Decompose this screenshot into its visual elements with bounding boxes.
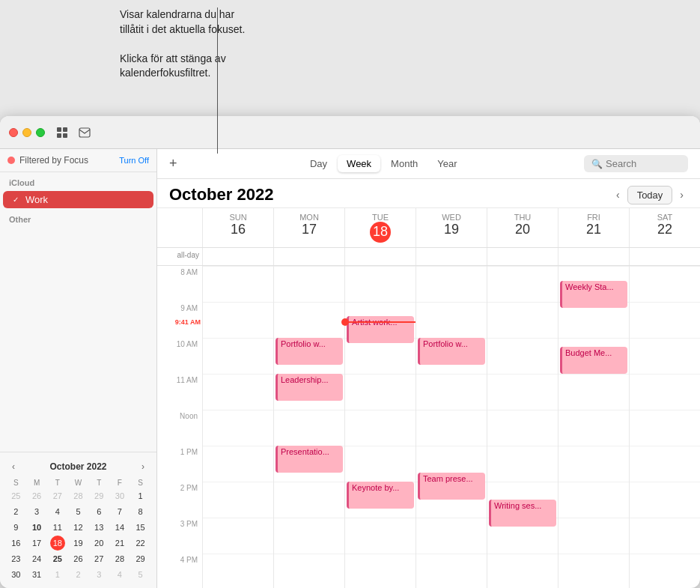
event-e5[interactable]: Budget Me... bbox=[560, 347, 627, 374]
event-e4[interactable]: Portfolio w... bbox=[418, 338, 485, 365]
mini-cal-day[interactable]: 31 bbox=[29, 567, 44, 582]
mini-cal-day[interactable]: 14 bbox=[112, 520, 127, 535]
hour-slot[interactable] bbox=[559, 518, 629, 554]
hour-slot[interactable] bbox=[274, 554, 344, 588]
mini-cal-day[interactable]: 12 bbox=[70, 520, 85, 535]
mini-cal-day[interactable]: 26 bbox=[70, 551, 85, 566]
event-e8[interactable]: Keynote by... bbox=[347, 482, 414, 509]
hour-slot[interactable] bbox=[559, 554, 629, 588]
hour-slot[interactable] bbox=[274, 518, 344, 554]
event-e1[interactable]: Artist work... bbox=[347, 316, 414, 343]
hour-slot[interactable] bbox=[274, 410, 344, 446]
next-week-button[interactable]: › bbox=[675, 186, 688, 204]
hour-slot[interactable] bbox=[416, 554, 487, 588]
calendar-item-work[interactable]: ✓ Work bbox=[3, 191, 153, 208]
hour-slot[interactable] bbox=[416, 518, 487, 554]
mini-cal-day[interactable]: 26 bbox=[29, 488, 44, 503]
hour-slot[interactable] bbox=[630, 302, 700, 338]
mini-cal-prev-button[interactable]: ‹ bbox=[9, 461, 18, 472]
mail-icon[interactable] bbox=[76, 124, 93, 141]
mini-cal-day[interactable]: 20 bbox=[91, 536, 106, 551]
add-event-button[interactable]: + bbox=[169, 156, 177, 172]
tab-week[interactable]: Week bbox=[338, 155, 380, 172]
hour-slot[interactable] bbox=[416, 374, 487, 410]
hour-slot[interactable] bbox=[559, 374, 629, 410]
hour-slot[interactable] bbox=[416, 410, 487, 446]
hour-slot[interactable] bbox=[203, 374, 273, 410]
hour-slot[interactable] bbox=[487, 338, 558, 374]
hour-slot[interactable] bbox=[274, 482, 344, 518]
tab-month[interactable]: Month bbox=[382, 155, 427, 172]
mini-cal-day[interactable]: 9 bbox=[8, 520, 23, 535]
mini-cal-day[interactable]: 15 bbox=[133, 520, 148, 535]
mini-cal-day[interactable]: 21 bbox=[112, 536, 127, 551]
mini-cal-day[interactable]: 7 bbox=[112, 504, 127, 519]
mini-cal-day[interactable]: 27 bbox=[91, 551, 106, 566]
mini-cal-day[interactable]: 29 bbox=[133, 551, 148, 566]
mini-cal-day[interactable]: 16 bbox=[8, 536, 23, 551]
hour-slot[interactable] bbox=[203, 554, 273, 588]
turn-off-button[interactable]: Turn Off bbox=[119, 156, 149, 165]
hour-slot[interactable] bbox=[487, 410, 558, 446]
mini-cal-day[interactable]: 3 bbox=[91, 567, 106, 582]
hour-slot[interactable] bbox=[487, 302, 558, 338]
event-e3[interactable]: Portfolio w... bbox=[276, 338, 343, 365]
hour-slot[interactable] bbox=[274, 266, 344, 302]
hour-slot[interactable] bbox=[416, 266, 487, 302]
mini-cal-day[interactable]: 29 bbox=[91, 488, 106, 503]
tab-day[interactable]: Day bbox=[301, 155, 336, 172]
hour-slot[interactable] bbox=[203, 410, 273, 446]
mini-cal-day[interactable]: 4 bbox=[50, 504, 65, 519]
hour-slot[interactable] bbox=[345, 266, 416, 302]
hour-slot[interactable] bbox=[630, 482, 700, 518]
hour-slot[interactable] bbox=[203, 518, 273, 554]
mini-cal-day[interactable]: 11 bbox=[50, 520, 65, 535]
mini-cal-day[interactable]: 8 bbox=[133, 504, 148, 519]
hour-slot[interactable] bbox=[203, 338, 273, 374]
minimize-button[interactable] bbox=[22, 128, 31, 137]
hour-slot[interactable] bbox=[203, 446, 273, 482]
mini-cal-day[interactable]: 25 bbox=[50, 551, 65, 566]
hour-slot[interactable] bbox=[487, 554, 558, 588]
prev-week-button[interactable]: ‹ bbox=[612, 186, 624, 204]
tab-year[interactable]: Year bbox=[428, 155, 466, 172]
hour-slot[interactable] bbox=[345, 374, 416, 410]
search-input[interactable] bbox=[606, 158, 681, 169]
hour-slot[interactable] bbox=[203, 482, 273, 518]
hour-slot[interactable] bbox=[345, 410, 416, 446]
mini-cal-day[interactable]: 19 bbox=[70, 536, 85, 551]
mini-cal-day[interactable]: 30 bbox=[112, 488, 127, 503]
hour-slot[interactable] bbox=[487, 374, 558, 410]
maximize-button[interactable] bbox=[36, 128, 45, 137]
hour-slot[interactable] bbox=[630, 266, 700, 302]
mini-cal-day[interactable]: 2 bbox=[8, 504, 23, 519]
hour-slot[interactable] bbox=[559, 482, 629, 518]
event-e10[interactable]: Writing ses... bbox=[489, 500, 556, 527]
hour-slot[interactable] bbox=[630, 338, 700, 374]
hour-slot[interactable] bbox=[487, 446, 558, 482]
hour-slot[interactable] bbox=[203, 266, 273, 302]
mini-cal-day[interactable]: 6 bbox=[91, 504, 106, 519]
hour-slot[interactable] bbox=[559, 446, 629, 482]
mini-cal-day[interactable]: 5 bbox=[133, 567, 148, 582]
hour-slot[interactable] bbox=[630, 518, 700, 554]
mini-cal-day[interactable]: 10 bbox=[29, 520, 44, 535]
event-e6[interactable]: Leadership... bbox=[276, 374, 343, 401]
mini-cal-day[interactable]: 23 bbox=[8, 551, 23, 566]
mini-cal-day[interactable]: 27 bbox=[50, 488, 65, 503]
mini-cal-day[interactable]: 1 bbox=[133, 488, 148, 503]
mini-cal-day[interactable]: 24 bbox=[29, 551, 44, 566]
event-e9[interactable]: Team prese... bbox=[418, 473, 485, 500]
hour-slot[interactable] bbox=[630, 554, 700, 588]
mini-cal-day[interactable]: 30 bbox=[8, 567, 23, 582]
mini-cal-day[interactable]: 18 bbox=[50, 536, 65, 551]
hour-slot[interactable] bbox=[345, 518, 416, 554]
mini-cal-day[interactable]: 3 bbox=[29, 504, 44, 519]
mini-cal-day[interactable]: 5 bbox=[70, 504, 85, 519]
today-button[interactable]: Today bbox=[627, 186, 673, 204]
grid-icon[interactable] bbox=[54, 124, 70, 141]
hour-slot[interactable] bbox=[345, 338, 416, 374]
hour-slot[interactable] bbox=[559, 410, 629, 446]
hour-slot[interactable] bbox=[630, 446, 700, 482]
hour-slot[interactable] bbox=[203, 302, 273, 338]
